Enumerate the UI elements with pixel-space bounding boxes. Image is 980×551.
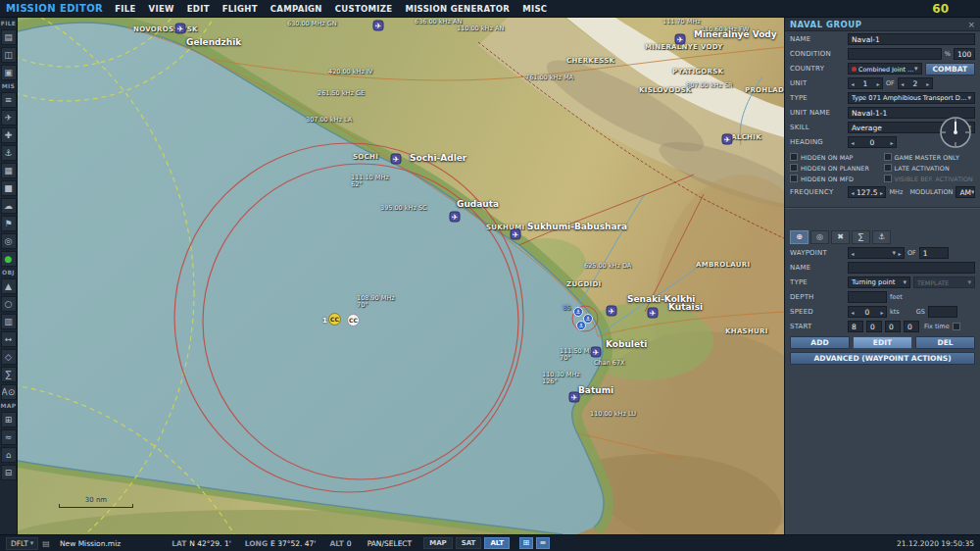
checkbox-box[interactable] [790,153,798,161]
ship-group-icon[interactable]: ⚓ [1,145,17,161]
panel-checkbox[interactable]: GAME MASTER ONLY [884,152,976,162]
helicopter-group-icon[interactable]: ✚ [1,127,17,143]
waypoint-selector[interactable]: ◂ ▾ ▸ [848,247,905,259]
towns-layer-icon[interactable]: ⌂ [1,447,17,463]
menu-item[interactable]: CAMPAIGN [270,4,322,14]
stepper-right-icon[interactable]: ▸ [924,80,932,87]
wp-type-dropdown[interactable]: Turning point ▾ [848,276,910,288]
stepper-left-icon[interactable]: ◂ [849,139,857,146]
start-hour-input[interactable]: 0 [866,321,882,332]
map-view-button[interactable]: MAP [423,537,453,549]
static-object-icon[interactable]: ■ [1,180,17,196]
checkbox-box[interactable] [884,175,892,182]
save-mission-icon[interactable]: ▣ [1,65,17,80]
panel-checkbox[interactable]: VISIBLE BEF. ACTIVATION [884,174,976,183]
stepper-right-icon[interactable]: ▸ [874,80,882,87]
unit-count-stepper[interactable]: ◂ 2 ▸ [898,77,933,89]
frequency-stepper[interactable]: ◂ 127.5 ▸ [848,186,886,198]
ship-unit-icon[interactable]: ⚓ [573,307,583,317]
select-tool-icon[interactable]: ▲ [1,278,17,294]
map-layers-icon[interactable]: ⊞ [1,412,17,427]
stepper-right-icon[interactable]: ▸ [877,189,885,196]
grid-toggle-icon[interactable]: ⊞ [519,537,533,549]
orbit-mode-icon[interactable]: ◎ [810,230,829,244]
menu-item[interactable]: MISSION GENERATOR [405,4,510,14]
cursor-mode[interactable]: PAN/SELECT [368,539,413,548]
unit-index-stepper[interactable]: ◂ 1 ▸ [848,77,883,89]
roads-layer-icon[interactable]: ≈ [1,429,17,445]
briefing-icon[interactable]: ≡ [1,92,17,108]
vehicle-group-icon[interactable]: ▦ [1,163,17,178]
stats-tool-icon[interactable]: ∑ [1,367,17,382]
modulation-dropdown[interactable]: AM ▾ [956,186,975,198]
menu-item[interactable]: FILE [115,4,135,14]
cut-route-icon[interactable]: ✖ [831,230,850,244]
grid-layer-icon[interactable]: ⊟ [1,465,17,480]
map-view-button[interactable]: SAT [456,537,482,549]
bullseye-icon[interactable]: ◎ [1,233,17,249]
checkbox-box[interactable] [884,153,892,161]
speed-stepper[interactable]: ◂ 0 ▸ [848,306,887,318]
close-icon[interactable]: × [967,20,975,29]
condition-slider[interactable] [848,48,942,60]
profile-dropdown[interactable]: DFLT ▾ [6,537,38,550]
stepper-right-icon[interactable]: ▸ [878,309,886,316]
combat-button[interactable]: COMBAT [925,63,975,75]
stepper-right-icon[interactable]: ▸ [888,139,896,146]
weather-icon[interactable]: ☁ [1,198,17,214]
condition-input[interactable]: 100 [954,48,975,60]
stepper-left-icon[interactable]: ◂ [849,189,857,196]
start-sec-input[interactable]: 0 [904,321,919,332]
start-day-input[interactable]: 8 [848,321,863,332]
aircraft-group-icon[interactable]: ✈ [1,110,17,125]
label-tool-icon[interactable]: ◇ [1,349,17,365]
heading-dial[interactable] [939,116,972,149]
ship-unit-icon[interactable]: ⚓ [576,321,586,330]
checkbox-box[interactable] [884,164,892,172]
measure-tool-icon[interactable]: ↔ [1,331,17,347]
fix-time-checkbox[interactable] [953,323,960,330]
wp-name-input[interactable] [848,262,975,274]
template-tool-icon[interactable]: ▥ [1,314,17,329]
panel-checkbox[interactable]: HIDDEN ON MAP [790,152,882,162]
layers-toggle-icon[interactable]: ≡ [536,537,550,549]
route-mode-icon[interactable]: ⊕ [790,230,808,244]
panel-checkbox[interactable]: HIDDEN ON MFD [790,174,882,183]
menu-item[interactable]: CUSTOMIZE [335,4,393,14]
new-mission-icon[interactable]: ▤ [1,29,17,45]
group-name-input[interactable]: Naval-1 [848,33,975,45]
zone-tool-icon[interactable]: ○ [1,296,17,312]
menu-item[interactable]: VIEW [149,4,174,14]
edit-waypoint-button[interactable]: EDIT [853,336,912,349]
menu-item[interactable]: EDIT [187,4,210,14]
template-dropdown[interactable]: TEMPLATE ▾ [913,276,975,288]
open-mission-icon[interactable]: ◫ [1,47,17,63]
stepper-left-icon[interactable]: ◂ [899,80,906,87]
menu-item[interactable]: MISC [522,4,547,14]
checkbox-box[interactable] [790,175,798,182]
unit-type-dropdown[interactable]: Type 071 Amphibious Transport Dock ▾ [848,92,975,104]
start-min-input[interactable]: 0 [885,321,901,332]
anchor-mode-icon[interactable]: ⚓ [872,230,891,244]
route-info-icon[interactable]: ∑ [852,230,870,244]
panel-checkbox[interactable]: LATE ACTIVATION [884,163,976,173]
naval-group-icon-neutral[interactable]: CC [347,314,360,326]
del-waypoint-button[interactable]: DEL [915,336,975,349]
advanced-waypoint-actions-button[interactable]: ADVANCED (WAYPOINT ACTIONS) [790,352,975,365]
country-dropdown[interactable]: Combined Joint Task Forces ▾ [848,63,922,75]
stepper-right-icon[interactable]: ▸ [896,250,904,257]
coalition-indicator-icon[interactable]: ● [1,251,17,267]
stepper-left-icon[interactable]: ◂ [849,250,857,257]
stepper-left-icon[interactable]: ◂ [849,80,857,87]
heading-stepper[interactable]: ◂ 0 ▸ [848,136,897,148]
map-view-button[interactable]: ALT [484,537,510,549]
checkbox-box[interactable] [790,164,798,172]
stepper-left-icon[interactable]: ◂ [849,309,857,316]
triggers-icon[interactable]: ⚑ [1,216,17,231]
add-waypoint-button[interactable]: ADD [790,336,850,349]
depth-input[interactable] [848,291,887,303]
naval-group-icon-blue-coalition[interactable]: 1 CC [328,313,341,326]
map-viewport[interactable]: 630.00 MHz GN636.00 kHz AN110.00 kHz AN1… [18,18,784,534]
aod-tool-icon[interactable]: A⊙D [1,384,17,400]
panel-checkbox[interactable]: HIDDEN ON PLANNER [790,163,882,173]
